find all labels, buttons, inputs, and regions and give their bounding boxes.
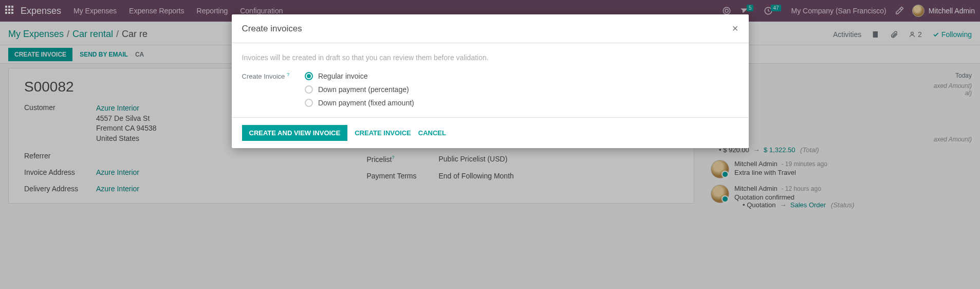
radio-icon [305, 99, 313, 107]
close-icon[interactable]: × [732, 23, 738, 34]
radio-label: Down payment (percentage) [318, 85, 409, 94]
create-invoice-modal-button[interactable]: CREATE INVOICE [355, 129, 411, 137]
help-icon[interactable]: ? [287, 72, 289, 77]
invoice-method-radio-group: Regular invoice Down payment (percentage… [305, 72, 414, 107]
radio-down-payment-fixed[interactable]: Down payment (fixed amount) [305, 99, 414, 107]
radio-icon [305, 85, 313, 94]
radio-regular-invoice[interactable]: Regular invoice [305, 72, 414, 80]
create-invoices-modal: Create invoices × Invoices will be creat… [232, 14, 749, 148]
modal-title: Create invoices [242, 24, 302, 34]
radio-label: Regular invoice [318, 72, 368, 80]
create-invoice-field-label: Create Invoice ? [242, 72, 289, 80]
create-and-view-invoice-button[interactable]: CREATE AND VIEW INVOICE [242, 125, 348, 141]
modal-hint: Invoices will be created in draft so tha… [242, 53, 738, 62]
radio-label: Down payment (fixed amount) [318, 99, 414, 107]
radio-down-payment-percentage[interactable]: Down payment (percentage) [305, 85, 414, 94]
cancel-modal-button[interactable]: CANCEL [418, 129, 446, 137]
radio-icon [305, 72, 313, 80]
